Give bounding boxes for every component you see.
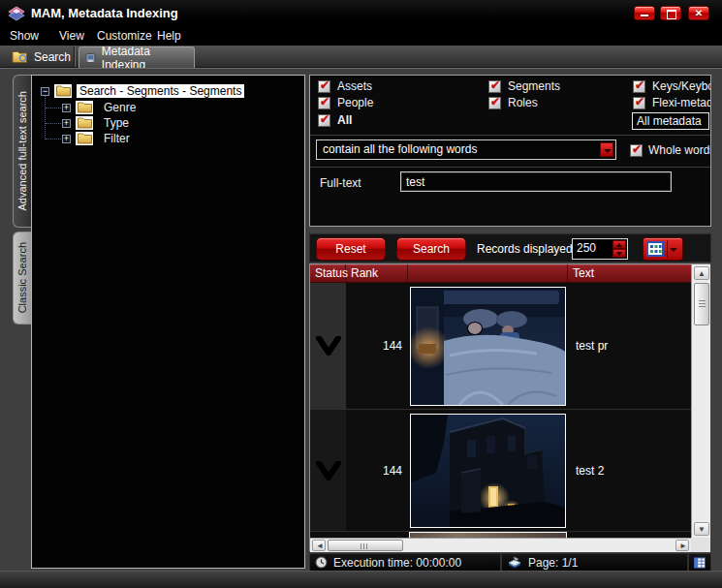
tree-genre-label[interactable]: Genre [98, 101, 136, 114]
menu-customize[interactable]: Customize [97, 29, 152, 43]
thumbnail-bed-scene[interactable] [410, 287, 566, 406]
checkbox-label: Flexi-metadat [652, 96, 711, 109]
grid-status-icon [694, 557, 706, 569]
search-toolbar-label: Search [34, 50, 71, 64]
checkbox-icon [633, 97, 645, 109]
menu-view[interactable]: View [59, 29, 84, 43]
checkbox-icon [318, 97, 330, 109]
view-mode-button[interactable] [643, 237, 683, 261]
close-button[interactable] [688, 6, 709, 20]
checkbox-icon [633, 80, 645, 93]
scroll-right-icon[interactable] [675, 540, 689, 551]
page-icon [507, 556, 522, 569]
records-count-spinner[interactable]: 250 [572, 238, 628, 260]
app-window: MAM, Metadata Indexing Show View Customi… [0, 0, 722, 588]
horizontal-scroll-thumb[interactable] [328, 540, 403, 551]
clock-icon [315, 556, 328, 569]
column-header-rank[interactable]: Rank [346, 264, 408, 282]
fulltext-field-frame [400, 171, 672, 192]
checkbox-segments[interactable]: Segments [488, 79, 560, 93]
reset-button[interactable]: Reset [316, 237, 386, 261]
vertical-scroll-thumb[interactable] [694, 283, 709, 325]
folder-icon [54, 84, 72, 98]
checkbox-flexi-metadata[interactable]: Flexi-metadat [633, 96, 711, 109]
scroll-left-icon[interactable] [312, 540, 326, 551]
expand-expander-icon[interactable] [62, 119, 71, 128]
tree-node-filter[interactable]: Filter [62, 131, 130, 146]
search-tree-panel: Search - Segments - Segments Genre Type [31, 75, 305, 569]
checkbox-label: All [337, 113, 352, 127]
fulltext-label: Full-text [320, 176, 361, 190]
tree-node-root[interactable]: Search - Segments - Segments [41, 83, 244, 99]
menu-show[interactable]: Show [10, 29, 39, 43]
checkbox-assets[interactable]: Assets [318, 79, 372, 93]
checkbox-label: People [337, 96, 373, 109]
tab-metadata-indexing[interactable]: Metadata Indexing [78, 46, 195, 68]
expand-expander-icon[interactable] [62, 135, 71, 143]
tab-classic-search[interactable]: Classic Search [13, 232, 31, 325]
vertical-scrollbar[interactable] [691, 264, 710, 538]
collapse-expander-icon[interactable] [41, 87, 49, 96]
checkbox-label: Segments [508, 79, 560, 93]
scroll-down-icon[interactable] [694, 522, 709, 536]
checkbox-keys-keyboards[interactable]: Keys/Keyboa [633, 79, 711, 93]
horizontal-scrollbar[interactable] [310, 538, 691, 552]
expand-expander-icon[interactable] [62, 104, 71, 112]
scroll-up-icon[interactable] [694, 266, 709, 280]
table-row[interactable]: 144 [310, 283, 691, 410]
window-bottom-frame [0, 571, 722, 588]
fulltext-input[interactable] [401, 172, 671, 191]
column-header-thumbnail[interactable] [408, 264, 568, 282]
records-count-value[interactable]: 250 [577, 241, 596, 255]
search-button[interactable]: Search [396, 237, 466, 261]
checkbox-people[interactable]: People [318, 96, 373, 109]
spinner-up-icon[interactable] [612, 240, 626, 249]
divider [310, 135, 710, 136]
menu-bar: Show View Customize Help [0, 27, 722, 46]
spinner-down-icon[interactable] [612, 249, 626, 258]
tree-filter-label[interactable]: Filter [98, 132, 130, 145]
grid-status-section[interactable] [688, 553, 711, 572]
menu-help[interactable]: Help [157, 29, 181, 43]
checkbox-icon [488, 80, 501, 93]
rank-cell: 144 [346, 410, 408, 531]
title-bar: MAM, Metadata Indexing [0, 0, 722, 27]
app-logo-icon [8, 6, 26, 21]
tree-connector-stub [46, 108, 61, 108]
minimize-button[interactable] [634, 6, 655, 20]
view-mode-dropdown-icon[interactable] [668, 238, 679, 260]
status-down-arrow-icon [316, 336, 341, 356]
checkbox-roles[interactable]: Roles [488, 96, 538, 109]
thumbnail-house-scene[interactable] [410, 414, 566, 528]
advanced-tab-label: Advanced full-text search [16, 91, 28, 211]
tab-advanced-fulltext-search[interactable]: Advanced full-text search [13, 75, 31, 228]
tree-root-label[interactable]: Search - Segments - Segments [77, 84, 244, 98]
text-cell: test 2 [568, 410, 691, 531]
search-toolbar-button[interactable]: Search [4, 46, 78, 67]
checkbox-label: Keys/Keyboa [652, 79, 711, 93]
checkbox-whole-words[interactable]: Whole words [630, 143, 711, 157]
table-row[interactable]: 144 [310, 410, 691, 532]
tree-node-genre[interactable]: Genre [62, 100, 136, 115]
column-header-text[interactable]: Text [568, 264, 691, 282]
checkbox-all[interactable]: All [318, 113, 352, 127]
maximize-button[interactable] [660, 6, 681, 20]
checkbox-label: Assets [337, 79, 372, 93]
match-mode-combobox[interactable]: contain all the following words [316, 139, 616, 160]
table-header: Status Rank Text [310, 264, 691, 283]
all-metadata-field[interactable]: All metadata [632, 112, 709, 130]
status-cell [310, 410, 346, 531]
results-table: Status Rank Text 144 [309, 263, 710, 551]
tree-node-type[interactable]: Type [62, 115, 129, 131]
checkbox-icon [318, 80, 330, 93]
tree-type-label[interactable]: Type [98, 116, 129, 130]
thumbnail-cell[interactable] [408, 410, 568, 531]
checkbox-label: Roles [508, 96, 538, 109]
column-header-status[interactable]: Status [310, 264, 346, 282]
execution-time-text: Execution time: 00:00:00 [333, 556, 461, 570]
combobox-dropdown-icon[interactable] [600, 142, 613, 157]
thumbnail-cell[interactable] [408, 283, 568, 409]
rank-cell: 144 [346, 283, 408, 409]
table-body: 144 [310, 283, 691, 538]
match-mode-value: contain all the following words [323, 142, 477, 156]
